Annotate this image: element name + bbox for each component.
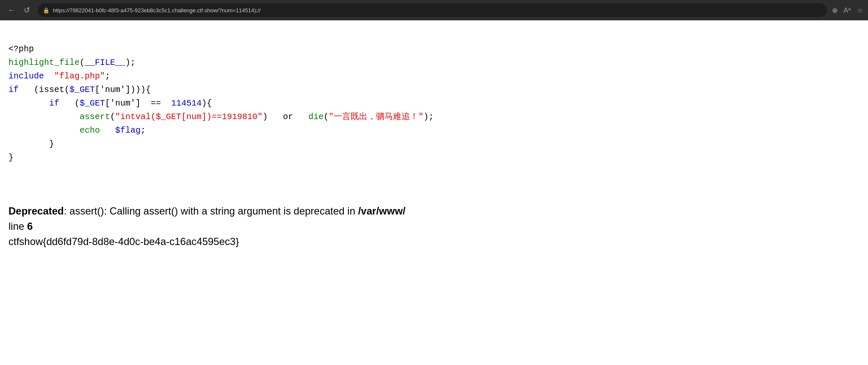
get-num-key: ['num'] — [105, 98, 141, 108]
die-close: ); — [423, 112, 434, 122]
assert-arg: "intval($_GET[num])==1919810" — [115, 112, 263, 122]
include-keyword: include — [8, 71, 44, 81]
if-keyword1: if — [8, 85, 19, 95]
zoom-button[interactable]: ⊕ — [832, 6, 838, 14]
if-keyword2: if — [49, 98, 59, 108]
reader-button[interactable]: Aᴬ — [843, 6, 851, 14]
paren-open1: ( — [80, 58, 85, 67]
assert-paren: ( — [110, 112, 115, 122]
browser-actions: ⊕ Aᴬ ☆ — [832, 6, 863, 14]
echo-func: echo — [80, 125, 100, 135]
address-bar[interactable]: 🔒 https://79822041-b0fc-48f3-a475-923eb8… — [38, 3, 827, 17]
back-button[interactable]: ← — [5, 4, 18, 17]
lock-icon: 🔒 — [43, 7, 50, 14]
php-open-tag: <?php — [8, 44, 34, 54]
inner-close-brace: } — [49, 139, 54, 149]
eq-op: == — [151, 98, 161, 108]
outer-close-brace: } — [8, 153, 14, 162]
include-file: "flag.php" — [54, 71, 105, 81]
highlight-func: highlight_file — [8, 58, 80, 67]
or-keyword: or — [283, 112, 293, 122]
assert-close: ) — [263, 112, 268, 122]
flag-output: ctfshow{dd6fd79d-8d8e-4d0c-be4a-c16ac459… — [8, 236, 860, 248]
deprecated-label: Deprecated — [8, 205, 64, 217]
nav-buttons: ← ↺ — [5, 4, 33, 17]
paren2: ( — [75, 98, 80, 108]
get-var1: $_GET — [69, 85, 95, 95]
page-content: <?php highlight_file(__FILE__); include … — [0, 20, 868, 365]
flag-semi: ; — [141, 125, 146, 135]
deprecated-line-number: 6 — [27, 220, 33, 232]
assert-func: assert — [80, 112, 110, 122]
deprecated-section: Deprecated: assert(): Calling assert() w… — [8, 203, 860, 234]
reload-button[interactable]: ↺ — [21, 4, 33, 17]
deprecated-line-label: line — [8, 220, 27, 232]
paren-close1: ); — [125, 58, 135, 67]
num-value: 114514 — [171, 98, 202, 108]
die-func: die — [308, 112, 323, 122]
url-text: https://79822041-b0fc-48f3-a475-923eb8c3… — [53, 7, 260, 14]
isset-call: (isset( — [34, 85, 69, 95]
die-paren: ( — [323, 112, 329, 122]
code-block: <?php highlight_file(__FILE__); include … — [8, 29, 860, 178]
get-key1: ['num']))){ — [95, 85, 151, 95]
bookmark-button[interactable]: ☆ — [857, 6, 863, 14]
flag-var: $flag — [115, 125, 141, 135]
browser-chrome: ← ↺ 🔒 https://79822041-b0fc-48f3-a475-92… — [0, 0, 868, 20]
file-const: __FILE__ — [85, 58, 125, 67]
deprecated-message: : assert(): Calling assert() with a stri… — [64, 205, 358, 217]
brace1: ){ — [202, 98, 212, 108]
die-msg: "一言既出，驷马难追！" — [329, 112, 423, 122]
get-num-var: $_GET — [80, 98, 105, 108]
deprecated-path: /var/www/ — [358, 205, 406, 217]
flag-value: ctfshow{dd6fd79d-8d8e-4d0c-be4a-c16ac459… — [8, 236, 239, 247]
